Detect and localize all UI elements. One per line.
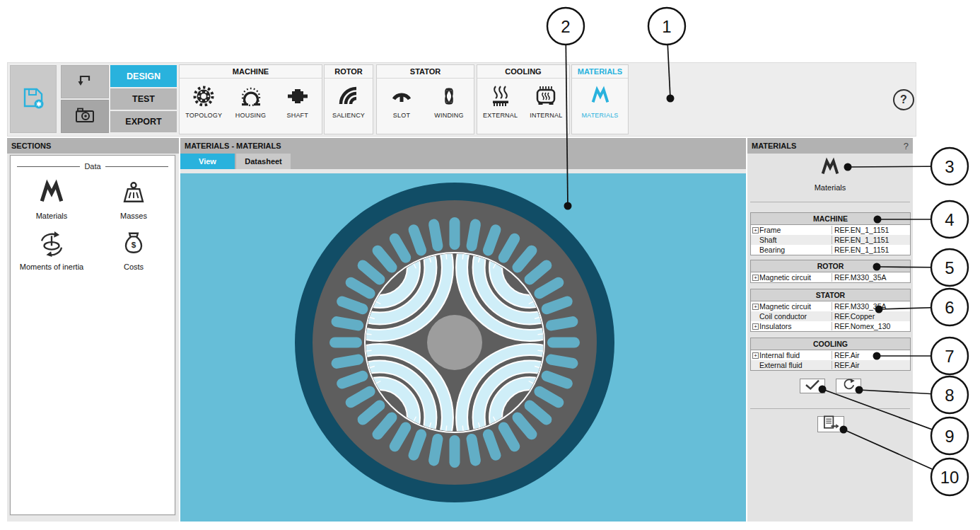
callout-6	[931, 289, 968, 326]
materials-properties-panel: MATERIALS ? Materials MACHINE Frame REF.…	[747, 138, 913, 522]
coil-conductor-value[interactable]: REF.Copper	[832, 312, 910, 321]
help-question-icon: ?	[900, 93, 907, 106]
apply-button[interactable]	[800, 379, 825, 393]
table-row-frame[interactable]: Frame REF.EN_1_1151	[751, 225, 910, 235]
tool-housing[interactable]: HOUSING	[228, 83, 274, 119]
callout-5-number: 5	[945, 258, 954, 277]
table-title-cooling: COOLING	[751, 338, 910, 350]
toolbar-group-stator: STATOR SLOT W	[376, 64, 474, 134]
tab-view[interactable]: View	[180, 154, 235, 169]
materials-icon	[590, 83, 611, 109]
restore-button[interactable]	[836, 379, 861, 393]
undo-button[interactable]	[61, 65, 109, 98]
motor-cross-section	[180, 173, 746, 522]
tool-topology[interactable]: TOPOLOGY	[181, 83, 226, 119]
table-title-machine: MACHINE	[751, 213, 910, 225]
camera-button[interactable]	[61, 100, 109, 133]
section-item-costs[interactable]: $ Costs	[93, 227, 175, 271]
sections-panel: SECTIONS Data Materials	[7, 138, 179, 522]
tool-saliency-label: SALIENCY	[332, 112, 365, 119]
table-row-internal-fluid[interactable]: Internal fluid REF.Air	[751, 350, 910, 360]
callout-8-number: 8	[945, 386, 954, 405]
callout-7	[931, 338, 968, 374]
tool-winding[interactable]: WINDING	[426, 83, 472, 119]
stator-magnetic-circuit-value[interactable]: REF.M330_35A	[832, 302, 910, 311]
help-button[interactable]: ?	[893, 89, 914, 110]
section-item-moments-of-inertia[interactable]: Moments of inertia	[11, 227, 93, 271]
tool-saliency[interactable]: SALIENCY	[326, 83, 371, 119]
table-row-insulators[interactable]: Insulators REF.Nomex_130	[751, 321, 910, 331]
tab-datasheet[interactable]: Datasheet	[236, 154, 291, 169]
table-row-external-fluid[interactable]: External fluid REF.Air	[751, 360, 910, 370]
inertia-icon	[37, 227, 66, 261]
toolbar-group-materials: MATERIALS MATERIALS	[571, 64, 629, 134]
tool-shaft-label: SHAFT	[286, 112, 308, 119]
tool-slot[interactable]: SLOT	[379, 83, 424, 119]
group-title-machine: MACHINE	[180, 65, 322, 79]
table-row-bearing[interactable]: Bearing REF.EN_1_1151	[751, 245, 910, 255]
check-icon	[804, 379, 821, 394]
section-item-materials[interactable]: Materials	[11, 176, 93, 220]
tool-cooling-external-label: EXTERNAL	[483, 112, 518, 119]
bearing-material-value[interactable]: REF.EN_1_1151	[832, 246, 910, 254]
tab-test[interactable]: TEST	[110, 88, 177, 110]
tool-cooling-internal[interactable]: INTERNAL	[523, 83, 568, 119]
expand-icon[interactable]	[752, 352, 759, 359]
callout-2-number: 2	[561, 17, 570, 36]
materials-panel-title: MATERIALS	[752, 142, 796, 150]
table-row-rotor-magnetic-circuit[interactable]: Magnetic circuit REF.M330_35A	[751, 272, 910, 282]
save-button[interactable]	[10, 65, 57, 133]
shaft	[427, 315, 482, 370]
table-row-coil-conductor[interactable]: Coil conductor REF.Copper	[751, 311, 910, 321]
tool-shaft[interactable]: SHAFT	[275, 83, 320, 119]
tab-design[interactable]: DESIGN	[110, 65, 177, 87]
expand-icon[interactable]	[752, 227, 759, 234]
insulators-value[interactable]: REF.Nomex_130	[832, 322, 910, 330]
export-document-icon	[822, 415, 840, 434]
masses-weight-icon	[119, 176, 148, 210]
shaft-material-value[interactable]: REF.EN_1_1151	[832, 236, 910, 244]
table-row-stator-magnetic-circuit[interactable]: Magnetic circuit REF.M330_35A	[751, 301, 910, 311]
restore-icon	[842, 378, 856, 394]
toolbar-group-cooling: COOLING	[477, 64, 570, 134]
tool-materials-label: MATERIALS	[581, 112, 618, 119]
tool-cooling-external[interactable]: EXTERNAL	[478, 83, 523, 119]
cooling-external-icon	[489, 83, 513, 109]
callout-10-number: 10	[940, 468, 959, 487]
section-item-label: Masses	[120, 212, 147, 220]
tab-export[interactable]: EXPORT	[110, 111, 177, 132]
expand-icon[interactable]	[752, 275, 759, 281]
table-row-shaft[interactable]: Shaft REF.EN_1_1151	[751, 235, 910, 245]
external-fluid-value[interactable]: REF.Air	[832, 361, 910, 369]
motor-view-canvas[interactable]	[180, 173, 746, 522]
toolbar: DESIGN TEST EXPORT MACHINE TOPOLO	[7, 62, 916, 137]
section-item-label: Materials	[36, 212, 68, 220]
callout-5	[931, 249, 968, 286]
expand-icon[interactable]	[752, 304, 759, 310]
rotor-materials-table: ROTOR Magnetic circuit REF.M330_35A	[750, 260, 911, 283]
section-item-masses[interactable]: Masses	[93, 176, 175, 220]
shaft-icon	[286, 83, 310, 109]
export-button[interactable]	[817, 416, 844, 432]
tool-materials[interactable]: MATERIALS	[578, 83, 623, 119]
group-title-stator: STATOR	[377, 65, 474, 79]
cooling-materials-table: COOLING Internal fluid REF.Air External …	[750, 338, 911, 371]
callout-8	[931, 376, 968, 413]
table-title-rotor: ROTOR	[751, 260, 910, 272]
svg-text:$: $	[132, 240, 136, 249]
callout-6-number: 6	[945, 298, 954, 317]
frame-material-value[interactable]: REF.EN_1_1151	[832, 226, 910, 234]
slot-icon	[390, 83, 413, 109]
divider	[750, 408, 910, 409]
materials-panel-header: MATERIALS ?	[747, 138, 913, 154]
stator-materials-table: STATOR Magnetic circuit REF.M330_35A Coi…	[750, 289, 911, 332]
callout-2	[547, 8, 584, 45]
callout-3	[931, 148, 968, 185]
tool-topology-label: TOPOLOGY	[185, 112, 222, 119]
materials-badge-label: Materials	[815, 183, 846, 192]
rotor-magnetic-circuit-value[interactable]: REF.M330_35A	[832, 273, 910, 282]
internal-fluid-value[interactable]: REF.Air	[832, 351, 910, 359]
expand-icon[interactable]	[752, 323, 759, 330]
sections-body: Data Materials	[10, 155, 175, 515]
panel-help-icon[interactable]: ?	[904, 141, 909, 151]
